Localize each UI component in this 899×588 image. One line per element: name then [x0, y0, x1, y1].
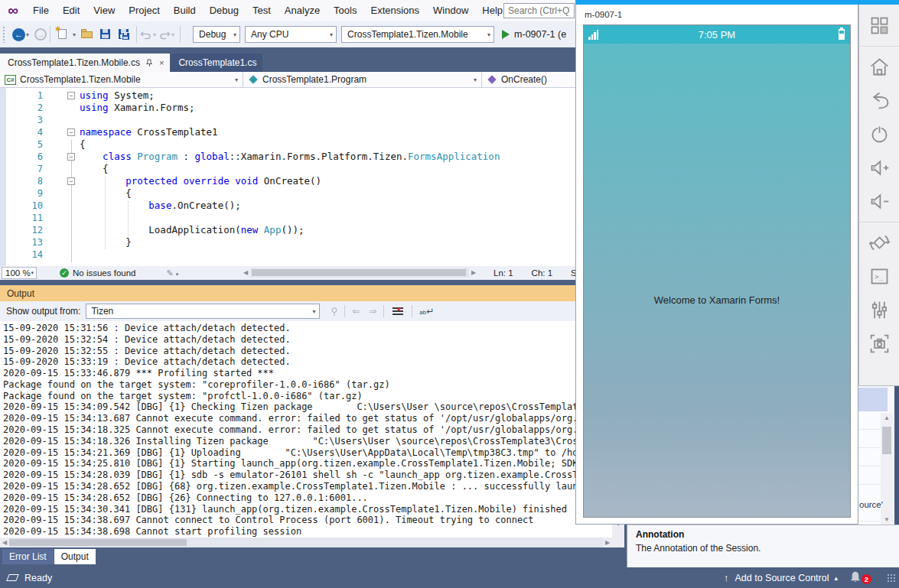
previous-message-icon[interactable]: ⇐ — [352, 306, 360, 317]
code-text: protected override void OnCreate() — [80, 175, 321, 187]
next-message-icon[interactable]: ⇒ — [369, 306, 376, 317]
code-text: using Xamarin.Forms; — [80, 102, 195, 114]
back-icon[interactable] — [866, 87, 892, 113]
undo-dropdown-icon[interactable]: ▾ — [153, 31, 156, 38]
menu-file[interactable]: File — [26, 0, 56, 21]
source-control-caret-icon[interactable]: ▴ — [834, 574, 838, 582]
open-file-icon[interactable] — [80, 28, 94, 41]
power-icon[interactable] — [866, 121, 892, 147]
indent-guide — [105, 177, 106, 249]
welcome-label: Welcome to Xamarin Forms! — [584, 294, 850, 306]
scrollbar-thumb[interactable] — [252, 269, 466, 276]
outline-collapse-icon[interactable]: − — [67, 153, 75, 161]
menu-tools[interactable]: Tools — [327, 0, 363, 21]
new-project-icon[interactable]: ✱ — [56, 28, 70, 41]
new-project-dropdown-icon[interactable]: ▾ — [73, 31, 76, 38]
menu-edit[interactable]: Edit — [56, 0, 86, 21]
log-line: 2020-09-15 15:34:38.697 Cannot connect t… — [3, 515, 612, 526]
tab-crosstemplate1-cs[interactable]: CrossTemplate1.cs — [171, 54, 262, 72]
solution-platform-dropdown[interactable]: Any CPU▾ — [245, 26, 337, 43]
menu-analyze[interactable]: Analyze — [278, 0, 327, 21]
menu-test[interactable]: Test — [246, 0, 278, 21]
control-panel-icon[interactable] — [866, 297, 892, 323]
volume-down-icon[interactable] — [866, 188, 892, 214]
property-name-label: Annotation — [636, 529, 899, 540]
issues-status-label[interactable]: No issues found — [73, 268, 135, 278]
toolbar-separator — [412, 305, 412, 317]
outline-collapse-icon[interactable]: − — [67, 92, 75, 99]
scroll-left-icon[interactable]: ◀ — [241, 269, 250, 276]
log-line: 15-09-2020 15:32:54 : Device attach/deta… — [3, 334, 612, 346]
app-grid-icon[interactable] — [866, 12, 892, 38]
editor-horizontal-scrollbar[interactable]: ◀ ▶ — [241, 268, 478, 278]
navigate-forward-icon[interactable]: → — [34, 28, 47, 41]
scroll-right-icon[interactable]: ▶ — [469, 269, 478, 276]
outline-collapse-icon[interactable]: − — [67, 128, 75, 136]
menu-build[interactable]: Build — [167, 0, 203, 21]
find-message-icon[interactable]: ⚲ — [331, 306, 337, 317]
project-dropdown[interactable]: C# CrossTemplate1.Tizen.Mobile▾ — [0, 72, 243, 87]
tab-error-list[interactable]: Error List — [2, 549, 54, 564]
menu-view[interactable]: View — [86, 0, 122, 21]
redo-icon[interactable] — [158, 28, 171, 41]
scrollbar-thumb[interactable] — [9, 539, 187, 546]
caret-position: Ln: 1 Ch: 1 SP — [493, 266, 582, 280]
menu-window[interactable]: Window — [426, 0, 475, 21]
start-debugging-button[interactable]: m-0907-1 (e — [502, 29, 566, 40]
redo-dropdown-icon[interactable]: ▾ — [171, 31, 174, 38]
navigate-back-dropdown-icon[interactable]: ▾ — [26, 31, 29, 38]
show-output-from-label: Show output from: — [6, 306, 80, 317]
scroll-left-icon[interactable]: ◀ — [0, 539, 9, 546]
log-line: Package found on the target system: "cor… — [3, 379, 612, 391]
notification-badge: 2 — [862, 574, 871, 584]
home-icon[interactable] — [866, 54, 892, 80]
save-icon[interactable] — [99, 28, 112, 41]
type-dropdown[interactable]: CrossTemplate1.Program▾ — [243, 72, 482, 87]
word-wrap-icon[interactable]: ab↵ — [419, 306, 434, 317]
log-line: 2020-09-15 15:34:28.039 [DBG] {1} sdb -s… — [3, 469, 612, 481]
solution-configuration-dropdown[interactable]: Debug▾ — [193, 26, 240, 43]
close-icon[interactable]: × — [159, 59, 164, 67]
volume-up-icon[interactable] — [866, 154, 892, 180]
output-horizontal-scrollbar[interactable]: ◀ ▶ — [0, 538, 612, 547]
add-to-source-control-button[interactable]: Add to Source Control — [735, 573, 829, 583]
log-line: 2020-09-15 15:34:25.810 [DBG] {1} Starti… — [3, 458, 612, 469]
line-number: 11 — [0, 212, 43, 224]
scroll-right-icon[interactable]: ▶ — [603, 539, 612, 546]
startup-project-dropdown[interactable]: CrossTemplate1.Tizen.Mobile▾ — [341, 26, 494, 43]
rotate-icon[interactable] — [866, 229, 892, 255]
search-input[interactable] — [503, 3, 575, 18]
zoom-level-dropdown[interactable]: 100 %▾ — [2, 267, 37, 279]
code-text: LoadApplication(new App()); — [80, 224, 305, 236]
undo-icon[interactable] — [140, 28, 152, 41]
log-line: 2020-09-15 15:34:21.369 [DBG] {1} Upload… — [3, 447, 612, 459]
menu-project[interactable]: Project — [122, 0, 166, 21]
tab-output[interactable]: Output — [54, 549, 96, 564]
code-text: class Program : global::Xamarin.Forms.Pl… — [80, 151, 500, 163]
toolbar-drag-handle[interactable] — [2, 26, 5, 43]
menu-extensions[interactable]: Extensions — [363, 0, 426, 21]
output-log[interactable]: 15-09-2020 15:31:56 : Device attach/deta… — [0, 321, 612, 538]
save-all-icon[interactable] — [117, 28, 131, 41]
notifications-button[interactable]: 2 — [849, 570, 865, 586]
resize-grip[interactable] — [887, 573, 896, 583]
phone-screen[interactable]: 7:05 PM Welcome to Xamarin Forms! — [583, 24, 851, 518]
line-number: 2 — [0, 102, 43, 114]
menu-debug[interactable]: Debug — [203, 0, 246, 21]
output-source-dropdown[interactable]: Tizen▾ — [86, 304, 320, 319]
shell-icon[interactable]: >_ — [866, 263, 892, 289]
outline-collapse-icon[interactable]: − — [67, 177, 75, 185]
code-text: { — [80, 163, 109, 175]
control-panel-separator — [859, 222, 899, 223]
screenshot-icon[interactable] — [866, 330, 892, 356]
line-number: 10 — [0, 200, 43, 212]
app-screen[interactable]: Welcome to Xamarin Forms! — [584, 44, 850, 517]
navigate-back-icon[interactable]: ← — [12, 28, 25, 41]
clear-all-output-icon[interactable]: × — [392, 307, 403, 316]
tab-crosstemplate1-tizen-mobile-cs[interactable]: CrossTemplate1.Tizen.Mobile.cs × — [0, 54, 170, 72]
emulator-control-panel: >_ — [858, 5, 899, 386]
code-cleanup-icon[interactable]: ✎ ▾ — [166, 268, 178, 278]
publish-arrow-icon: ↑ — [724, 572, 729, 583]
pin-icon[interactable] — [145, 59, 154, 67]
property-description-label: The Annotation of the Session. — [636, 543, 899, 554]
